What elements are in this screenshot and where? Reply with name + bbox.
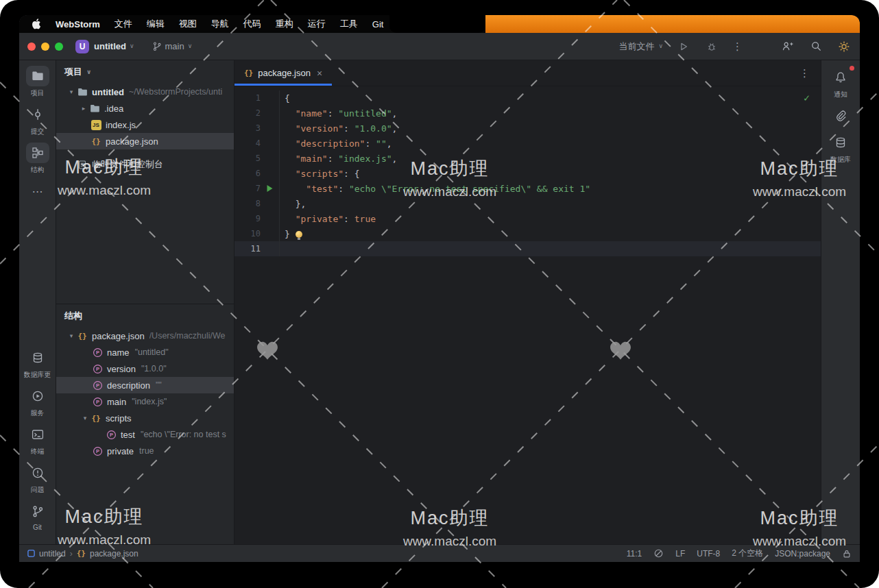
minimize-window-button[interactable] xyxy=(41,42,49,51)
menu-item-file[interactable]: 文件 xyxy=(115,18,132,30)
code-text: "name": "untitled", xyxy=(280,108,397,119)
tab-packagejson[interactable]: {} package.json × xyxy=(234,60,332,86)
project-panel-title[interactable]: 项目 xyxy=(64,66,82,78)
structure-row-scripts[interactable]: ▾ {} scripts xyxy=(56,410,234,426)
module-icon xyxy=(27,550,35,557)
gutter[interactable] xyxy=(261,211,280,226)
code-editor[interactable]: 1{2 "name": "untitled",3 "version": "1.0… xyxy=(234,86,821,544)
lightbulb-icon[interactable] xyxy=(296,231,302,238)
tool-database-changes[interactable]: 数据库更 xyxy=(24,347,51,380)
code-with-me-button[interactable] xyxy=(780,39,795,54)
gutter[interactable] xyxy=(261,166,280,181)
gutter[interactable] xyxy=(261,106,280,121)
gutter[interactable] xyxy=(261,226,280,241)
line-separator[interactable]: LF xyxy=(675,549,685,559)
structure-row-description[interactable]: P description "" xyxy=(56,377,234,393)
tool-commit[interactable]: 提交 xyxy=(26,104,49,136)
tree-row-packagejson[interactable]: {} package.json xyxy=(56,133,234,149)
close-tab-icon[interactable]: × xyxy=(317,68,322,79)
chevron-down-icon[interactable]: ∨ xyxy=(86,69,91,75)
close-window-button[interactable] xyxy=(27,42,36,51)
menu-app-name[interactable]: WebStorm xyxy=(56,19,100,29)
file-type-schema[interactable]: JSON:package xyxy=(775,549,830,559)
code-line[interactable]: 4 "description": "", xyxy=(234,136,821,151)
code-line[interactable]: 5 "main": "index.js", xyxy=(234,151,821,166)
tab-options-button[interactable]: ⋮ xyxy=(799,67,821,79)
tool-terminal[interactable]: 终端 xyxy=(26,424,49,456)
menu-item-run[interactable]: 运行 xyxy=(308,18,326,30)
chevron-down-icon[interactable]: ▾ xyxy=(80,415,91,421)
tool-project[interactable]: 项目 xyxy=(26,66,49,98)
menu-item-git[interactable]: Git xyxy=(372,19,384,29)
code-line[interactable]: 1{ xyxy=(234,90,821,106)
tool-git[interactable]: Git xyxy=(26,501,49,531)
database-icon xyxy=(32,352,44,364)
code-line[interactable]: 10} xyxy=(234,226,821,241)
gutter[interactable] xyxy=(261,151,280,166)
search-everywhere-button[interactable] xyxy=(808,39,823,54)
breadcrumb-file[interactable]: package.json xyxy=(90,549,139,559)
code-line[interactable]: 6 "scripts": { xyxy=(234,166,821,181)
file-encoding[interactable]: UTF-8 xyxy=(697,549,720,559)
run-script-icon[interactable] xyxy=(266,184,274,193)
tool-problems[interactable]: 问题 xyxy=(26,463,49,495)
tree-row-idea[interactable]: ▸ .idea xyxy=(56,100,234,117)
chevron-down-icon[interactable]: ▾ xyxy=(66,89,77,95)
structure-row-private[interactable]: P private true xyxy=(56,443,234,459)
git-branch-widget[interactable]: main ∨ xyxy=(152,41,193,51)
property-icon: P xyxy=(106,430,117,440)
tree-row-scratches[interactable]: 临时文件和控制台 xyxy=(56,156,234,173)
code-line[interactable]: 2 "name": "untitled", xyxy=(234,106,821,121)
indent-style[interactable]: 2 个空格 xyxy=(732,548,763,559)
project-selector[interactable]: untitled xyxy=(94,41,126,51)
menu-item-navigate[interactable]: 导航 xyxy=(211,18,229,30)
menu-item-view[interactable]: 视图 xyxy=(179,18,197,30)
project-avatar[interactable]: U xyxy=(75,40,89,53)
chevron-right-icon[interactable]: ▸ xyxy=(78,106,89,112)
structure-panel-title[interactable]: 结构 xyxy=(64,310,82,322)
gutter[interactable] xyxy=(261,181,280,196)
tree-row-indexjs[interactable]: JS index.js xyxy=(56,117,234,133)
menu-item-refactor[interactable]: 重构 xyxy=(276,18,293,30)
gutter[interactable] xyxy=(261,121,280,136)
gutter[interactable] xyxy=(261,136,280,151)
zoom-window-button[interactable] xyxy=(55,42,63,51)
menu-item-edit[interactable]: 编辑 xyxy=(147,18,165,30)
inspections-ok-icon[interactable]: ✓ xyxy=(804,92,810,104)
structure-row-main[interactable]: P main "index.js" xyxy=(56,393,234,410)
code-line[interactable]: 9 "private": true xyxy=(234,211,821,226)
menu-item-code[interactable]: 代码 xyxy=(243,18,261,30)
structure-row-name[interactable]: P name "untitled" xyxy=(56,344,234,360)
structure-row-test[interactable]: P test "echo \"Error: no test s xyxy=(56,426,234,443)
tool-ai-assistant[interactable] xyxy=(829,106,852,126)
lock-icon[interactable] xyxy=(842,549,852,559)
gutter[interactable] xyxy=(261,196,280,211)
debug-button[interactable] xyxy=(704,39,719,54)
settings-gear-icon[interactable] xyxy=(836,39,852,54)
chevron-down-icon[interactable]: ▾ xyxy=(66,333,77,339)
json-object-icon: {} xyxy=(91,414,100,423)
code-line[interactable]: 3 "version": "1.0.0", xyxy=(234,121,821,136)
highlighting-level-icon[interactable] xyxy=(653,548,664,559)
caret-position[interactable]: 11:1 xyxy=(627,549,642,559)
gutter[interactable] xyxy=(261,90,280,106)
run-button[interactable] xyxy=(676,39,691,54)
structure-row-root[interactable]: ▾ {} package.json /Users/maczhuli/We xyxy=(56,328,234,344)
code-line[interactable]: 11 xyxy=(234,241,821,256)
more-actions-button[interactable]: ⋮ xyxy=(732,40,743,53)
tool-structure[interactable]: 结构 xyxy=(26,143,49,175)
breadcrumb-module[interactable]: untitled xyxy=(39,549,66,559)
database-icon xyxy=(834,136,847,149)
code-line[interactable]: 7 "test": "echo \"Error: no test specifi… xyxy=(234,181,821,196)
structure-row-version[interactable]: P version "1.0.0" xyxy=(56,360,234,377)
gutter[interactable] xyxy=(261,241,280,256)
menu-item-tools[interactable]: 工具 xyxy=(340,18,358,30)
run-config-selector[interactable]: 当前文件 ∨ xyxy=(618,40,663,53)
apple-logo-icon[interactable] xyxy=(32,19,41,29)
tool-database[interactable]: 数据库 xyxy=(829,132,852,164)
code-line[interactable]: 8 }, xyxy=(234,196,821,211)
tool-services[interactable]: 服务 xyxy=(26,386,49,418)
more-tools-button[interactable]: ⋯ xyxy=(26,181,49,201)
tree-row-untitled[interactable]: ▾ untitled ~/WebstormProjects/unti xyxy=(56,84,234,100)
tool-notifications[interactable]: 通知 xyxy=(829,67,852,99)
